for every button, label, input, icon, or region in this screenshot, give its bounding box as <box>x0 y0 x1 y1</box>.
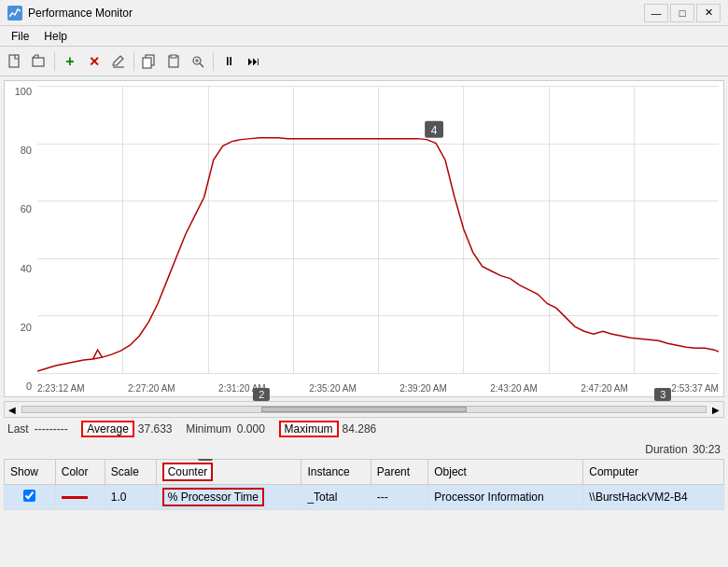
last-label: Last <box>7 422 29 436</box>
x-label-3: 2:35:20 AM <box>309 383 357 394</box>
tb-forward[interactable]: ⏭ <box>242 50 264 73</box>
tb-open[interactable] <box>28 50 50 73</box>
title-bar: Performance Monitor — □ ✕ <box>0 0 728 26</box>
chart-container: 100 80 60 40 20 0 <box>4 80 724 397</box>
minimize-button[interactable]: — <box>644 4 668 22</box>
counter-header-text: Counter <box>168 465 208 478</box>
svg-rect-6 <box>171 55 176 58</box>
cell-instance: _Total <box>301 485 371 510</box>
badge-1: 1 <box>198 459 213 461</box>
separator-2 <box>133 52 134 71</box>
maximum-value: 84.286 <box>343 422 377 436</box>
tb-add[interactable]: + <box>59 50 81 73</box>
window-controls: — □ ✕ <box>644 4 721 22</box>
y-axis: 100 80 60 40 20 0 <box>5 81 37 396</box>
counter-value: % Processor Time <box>162 488 264 506</box>
th-color: Color <box>55 460 105 485</box>
app-icon <box>7 6 22 21</box>
tb-new[interactable] <box>4 50 26 73</box>
stats-row-2: Duration 30:23 <box>0 440 728 459</box>
menu-file[interactable]: File <box>4 28 36 45</box>
data-table-container: Show Color Scale Counter 1 Instance <box>4 459 724 510</box>
scroll-track[interactable]: 2 3 <box>21 406 707 413</box>
color-swatch <box>62 496 88 499</box>
y-label-60: 60 <box>7 203 35 214</box>
chart-plot: 4 <box>37 86 719 373</box>
tb-paste[interactable] <box>162 50 185 73</box>
scroll-right-arrow[interactable]: ▶ <box>708 402 723 417</box>
svg-rect-1 <box>33 58 44 66</box>
table-row: 1.0 % Processor Time _Total --- Processo… <box>5 485 724 510</box>
x-label-7: 2:53:37 AM <box>671 383 719 394</box>
separator-1 <box>54 52 55 71</box>
chart-inner: 100 80 60 40 20 0 <box>5 81 723 396</box>
maximum-label-box: Maximum <box>279 421 339 437</box>
stats-row: Last --------- Average 37.633 Minimum 0.… <box>0 418 728 440</box>
minimum-value: 0.000 <box>237 422 265 436</box>
y-label-0: 0 <box>7 380 35 392</box>
cell-object: Processor Information <box>428 485 583 510</box>
th-instance: Instance <box>301 460 371 485</box>
th-object: Object <box>428 460 583 485</box>
maximize-button[interactable]: □ <box>670 4 694 22</box>
chart-svg: 4 <box>37 86 719 373</box>
th-counter: Counter 1 <box>156 460 301 485</box>
cell-computer: \\BurstHackVM2-B4 <box>583 485 724 510</box>
x-axis: 2:23:12 AM 2:27:20 AM 2:31:20 AM 2:35:20… <box>37 373 719 396</box>
toolbar: + ✕ ⏸ ⏭ <box>0 47 728 76</box>
tb-copy[interactable] <box>138 50 161 73</box>
x-label-0: 2:23:12 AM <box>37 383 85 394</box>
badge-2: 2 <box>253 388 270 401</box>
x-label-1: 2:27:20 AM <box>128 383 175 394</box>
show-checkbox[interactable] <box>23 490 35 502</box>
y-label-40: 40 <box>7 263 35 274</box>
th-scale: Scale <box>105 460 156 485</box>
svg-rect-4 <box>143 58 151 68</box>
average-value: 37.633 <box>138 422 173 436</box>
th-parent: Parent <box>371 460 428 485</box>
last-value: --------- <box>35 422 68 436</box>
tb-delete[interactable]: ✕ <box>83 50 105 73</box>
cell-show[interactable] <box>5 485 56 510</box>
tb-pause[interactable]: ⏸ <box>217 50 240 73</box>
duration-label: Duration <box>645 443 687 456</box>
x-label-4: 2:39:20 AM <box>399 383 447 394</box>
data-table: Show Color Scale Counter 1 Instance <box>4 459 724 510</box>
x-label-6: 2:47:20 AM <box>581 383 628 394</box>
scroll-thumb[interactable] <box>261 407 467 412</box>
menu-help[interactable]: Help <box>36 28 75 45</box>
th-show: Show <box>5 460 56 485</box>
y-label-80: 80 <box>7 145 35 156</box>
minimum-label: Minimum <box>186 422 231 436</box>
badge-3: 3 <box>654 388 671 401</box>
tb-edit[interactable] <box>107 50 130 73</box>
average-label-box: Average <box>81 421 133 437</box>
close-button[interactable]: ✕ <box>696 4 721 22</box>
cell-counter: % Processor Time <box>156 485 301 510</box>
window-title: Performance Monitor <box>28 7 133 20</box>
svg-line-8 <box>200 63 203 67</box>
cell-scale: 1.0 <box>105 485 156 510</box>
scrollbar-area[interactable]: ◀ 2 3 ▶ <box>4 401 724 418</box>
menu-bar: File Help <box>0 26 728 47</box>
cell-parent: --- <box>371 485 428 510</box>
y-label-20: 20 <box>7 322 35 333</box>
duration-value: 30:23 <box>693 443 721 456</box>
th-computer: Computer <box>583 460 724 485</box>
svg-rect-0 <box>9 55 19 67</box>
tb-zoom[interactable] <box>187 50 209 73</box>
cell-color <box>55 485 105 510</box>
y-label-100: 100 <box>7 86 35 97</box>
svg-text:4: 4 <box>431 124 438 137</box>
x-label-5: 2:43:20 AM <box>490 383 538 394</box>
separator-3 <box>213 52 214 71</box>
scroll-left-arrow[interactable]: ◀ <box>5 402 20 417</box>
